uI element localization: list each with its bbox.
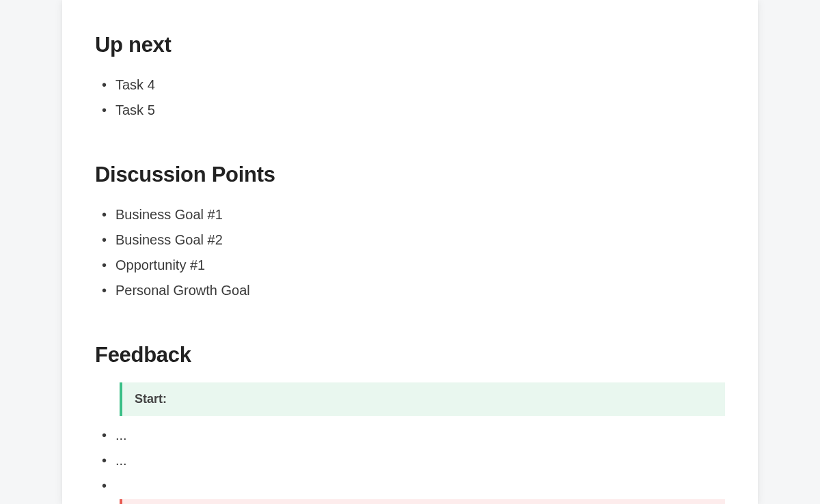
list-item [115, 473, 725, 492]
section-heading-up-next: Up next [95, 33, 725, 57]
feedback-start-block: Start: ... ... Stop: [95, 382, 725, 504]
list-item: Business Goal #2 [115, 227, 725, 253]
page-background: Up next Task 4 Task 5 Discussion Points … [0, 0, 820, 504]
feedback-start-items: ... ... [95, 423, 725, 492]
list-item: Business Goal #1 [115, 202, 725, 227]
discussion-list: Business Goal #1 Business Goal #2 Opport… [95, 202, 725, 303]
list-item: Task 4 [115, 72, 725, 98]
section-heading-discussion: Discussion Points [95, 163, 725, 187]
callout-start: Start: [120, 382, 725, 416]
list-item: ... [115, 448, 725, 473]
up-next-list: Task 4 Task 5 [95, 72, 725, 123]
list-item: Personal Growth Goal [115, 278, 725, 303]
document-page: Up next Task 4 Task 5 Discussion Points … [62, 0, 758, 504]
section-heading-feedback: Feedback [95, 343, 725, 367]
list-item: Opportunity #1 [115, 253, 725, 278]
list-item: ... [115, 423, 725, 448]
list-item: Task 5 [115, 98, 725, 123]
callout-stop: Stop: [120, 499, 725, 504]
